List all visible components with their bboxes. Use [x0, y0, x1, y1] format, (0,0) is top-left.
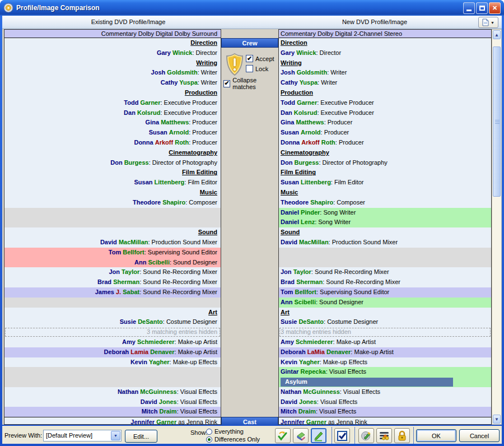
section-header-row[interactable]: Writing: [279, 58, 491, 68]
accept-checkbox-box[interactable]: [246, 55, 253, 62]
comparison-row[interactable]: Susie DeSanto: Costume Designer: [4, 317, 221, 327]
lock-checkbox[interactable]: Lock: [246, 65, 268, 72]
highlighter-tool[interactable]: [311, 428, 326, 443]
comparison-row[interactable]: Mitch Draim: Visual Effects: [4, 407, 221, 417]
comparison-row[interactable]: Ann Scibelli: Sound Designer: [4, 258, 221, 268]
comparison-row[interactable]: Donna Arkoff Roth: Producer: [4, 138, 221, 148]
hidden-entries-row[interactable]: 3 matching entries hidden: [4, 327, 221, 337]
checkbox-tool[interactable]: [334, 428, 350, 443]
comparison-row[interactable]: Dan Kolsrud: Executive Producer: [4, 108, 221, 118]
comparison-row[interactable]: Mitch Draim: Visual Effects: [279, 407, 491, 417]
comparison-row[interactable]: Deborah Lamia Denaver: Make-up Artist: [4, 347, 221, 357]
edit-button[interactable]: Edit...: [125, 430, 157, 443]
comparison-row[interactable]: Todd Garner: Executive Producer: [279, 98, 491, 108]
close-button[interactable]: ✕: [489, 2, 501, 14]
comparison-row[interactable]: Susan Arnold: Producer: [4, 128, 221, 138]
comparison-row[interactable]: Tom Bellfort: Supervising Sound Editor: [4, 248, 221, 258]
scroll-up-button[interactable]: ▲: [493, 30, 501, 39]
accept-checkbox[interactable]: Accept: [246, 55, 274, 62]
hidden-entries-row[interactable]: 3 matching entries hidden: [279, 327, 491, 337]
cancel-button[interactable]: Cancel: [459, 429, 500, 442]
dropdown-arrow-icon[interactable]: ▼: [111, 431, 120, 440]
section-header-row[interactable]: Direction: [279, 38, 491, 48]
studio-band-row[interactable]: Asylum: [279, 377, 491, 387]
comparison-row[interactable]: James J. Sabat: Sound Re-Recording Mixer: [4, 287, 221, 298]
section-header-row[interactable]: Production: [279, 88, 491, 98]
section-header-row[interactable]: Production: [4, 88, 221, 98]
radio-everything[interactable]: Everything: [206, 428, 244, 435]
scroll-down-button[interactable]: ▼: [493, 415, 501, 424]
comparison-row[interactable]: Deborah LaMia Denaver: Make-up Artist: [279, 347, 491, 357]
comparison-row[interactable]: Theodore Shapiro: Composer: [4, 198, 221, 208]
comparison-row[interactable]: David MacMillan: Production Sound Mixer: [279, 238, 491, 248]
vertical-scrollbar[interactable]: ▲ ▼: [492, 29, 502, 425]
eraser-tool[interactable]: [293, 428, 309, 443]
comparison-row[interactable]: Josh Goldsmith: Writer: [4, 68, 221, 78]
comparison-row[interactable]: Jennifer Garner as Jenna Rink: [4, 417, 221, 425]
disc-inspect-tool[interactable]: [358, 428, 374, 443]
collapse-matches-checkbox[interactable]: Collapse matches: [223, 77, 278, 90]
comparison-row[interactable]: Gintar Repecka: Visual Effects: [279, 367, 491, 377]
section-header-row[interactable]: Direction: [4, 38, 221, 48]
comparison-row[interactable]: David Jones: Visual Effects: [4, 397, 221, 407]
comparison-row[interactable]: Jon Taylor: Sound Re-Recording Mixer: [279, 267, 491, 277]
comparison-row[interactable]: David Jones: Visual Effects: [279, 397, 491, 407]
comparison-row[interactable]: Ann Scibelli: Sound Designer: [279, 298, 491, 308]
comparison-row[interactable]: Todd Garner: Executive Producer: [4, 98, 221, 108]
comparison-row[interactable]: Gary Winick: Director: [279, 48, 491, 58]
preview-document-button[interactable]: ▼: [478, 17, 498, 28]
cast-section-bar[interactable]: Cast: [221, 417, 278, 425]
section-header-row[interactable]: Film Editing: [4, 168, 221, 178]
scrollbar-thumb[interactable]: [493, 47, 501, 197]
comparison-row[interactable]: Josh Goldsmith: Writer: [279, 68, 491, 78]
crew-section-bar[interactable]: Crew: [221, 38, 278, 48]
comparison-row[interactable]: Brad Sherman: Sound Re-Recording Mixer: [4, 277, 221, 287]
comparison-row[interactable]: Jon Taylor: Sound Re-Recording Mixer: [4, 267, 221, 277]
profile-stack-tool[interactable]: [376, 428, 392, 443]
comparison-row[interactable]: Brad Sherman: Sound Re-Recording Mixer: [279, 277, 491, 287]
section-header-row[interactable]: Cinematography: [4, 148, 221, 158]
accept-edits-tool[interactable]: [275, 428, 291, 443]
preview-with-dropdown[interactable]: [Default Preview] ▼: [43, 430, 122, 442]
section-header-row[interactable]: Sound: [279, 227, 491, 238]
comparison-row[interactable]: Nathan McGuinness: Visual Effects: [4, 387, 221, 397]
section-header-row[interactable]: Art: [4, 308, 221, 318]
section-header-row[interactable]: Film Editing: [279, 168, 491, 178]
comparison-row[interactable]: Susan Littenberg: Film Editor: [279, 178, 491, 188]
comparison-row[interactable]: Nathan McGuinness: Visual Effects: [279, 387, 491, 397]
comparison-row[interactable]: Gina Matthews: Producer: [279, 118, 491, 128]
comparison-row[interactable]: Don Burgess: Director of Photography: [279, 158, 491, 168]
section-header-row[interactable]: Cinematography: [279, 148, 491, 158]
comparison-row[interactable]: Commentary Dolby Digital Dolby Surround: [4, 30, 221, 38]
collapse-matches-checkbox-box[interactable]: [223, 80, 230, 87]
comparison-row[interactable]: Gina Matthews: Producer: [4, 118, 221, 128]
comparison-row[interactable]: Daniel Pinder: Song Writer: [279, 208, 491, 218]
comparison-row[interactable]: Donna Arkoff Roth: Producer: [279, 138, 491, 148]
comparison-row[interactable]: Susie DeSanto: Costume Designer: [279, 317, 491, 327]
comparison-row[interactable]: Amy Schmiederer: Make-up Artist: [4, 337, 221, 347]
comparison-row[interactable]: Susan Arnold: Producer: [279, 128, 491, 138]
comparison-row[interactable]: Daniel Lenz: Song Writer: [279, 217, 491, 227]
section-header-row[interactable]: Music: [279, 188, 491, 198]
comparison-row[interactable]: Amy Schmiederer: Make-up Artist: [279, 337, 491, 347]
comparison-row[interactable]: Cathy Yuspa: Writer: [279, 78, 491, 88]
ok-button[interactable]: OK: [416, 429, 456, 442]
comparison-row[interactable]: Tom Bellfort: Supervising Sound Editor: [279, 287, 491, 298]
radio-differences-only[interactable]: Differences Only: [206, 436, 260, 443]
radio-everything-circle[interactable]: [206, 429, 212, 435]
comparison-row[interactable]: Kevin Yagher: Make-up Effects: [279, 357, 491, 368]
section-header-row[interactable]: Writing: [4, 58, 221, 68]
section-header-row[interactable]: Music: [4, 188, 221, 198]
comparison-row[interactable]: David MacMillan: Production Sound Mixer: [4, 238, 221, 248]
lock-tool[interactable]: [394, 428, 410, 443]
comparison-row[interactable]: Jennifer Garner as Jenna Rink: [279, 417, 491, 425]
section-header-row[interactable]: Sound: [4, 227, 221, 238]
comparison-row[interactable]: Dan Kolsrud: Executive Producer: [279, 108, 491, 118]
radio-differences-circle[interactable]: [206, 436, 212, 443]
comparison-row[interactable]: Theodore Shapiro: Composer: [279, 198, 491, 208]
section-header-row[interactable]: Art: [279, 308, 491, 318]
comparison-row[interactable]: Cathy Yuspa: Writer: [4, 78, 221, 88]
comparison-row[interactable]: Commentary Dolby Digital 2-Channel Stere…: [279, 30, 491, 38]
maximize-button[interactable]: [476, 2, 488, 14]
comparison-row[interactable]: Don Burgess: Director of Photography: [4, 158, 221, 168]
